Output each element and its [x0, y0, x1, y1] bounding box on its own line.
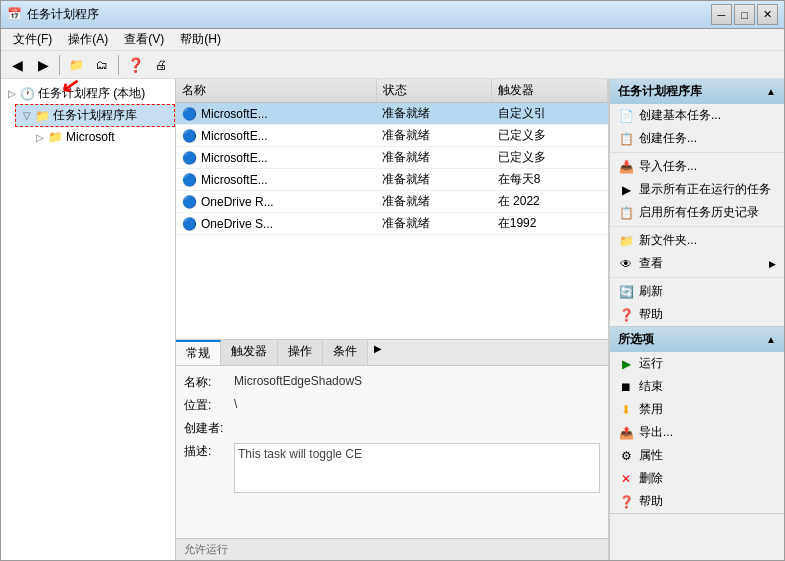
action-properties[interactable]: ⚙ 属性 [610, 444, 784, 467]
name-label: 名称: [184, 374, 234, 391]
properties-icon: ⚙ [618, 448, 634, 464]
table-row[interactable]: 🔵MicrosoftE... 准备就绪 在每天8 [176, 169, 608, 191]
footer-text: 允许运行 [184, 542, 228, 557]
detail-footer: 允许运行 [176, 538, 608, 560]
tab-general[interactable]: 常规 [176, 340, 221, 365]
import-icon: 📥 [618, 159, 634, 175]
section-header-library[interactable]: 任务计划程序库 ▲ [610, 79, 784, 104]
action-label-create-task: 创建任务... [639, 130, 697, 147]
help-selected-icon: ❓ [618, 494, 634, 510]
tab-more[interactable]: ▶ [368, 340, 388, 365]
col-name[interactable]: 名称 [176, 79, 376, 103]
main-window: 📅 任务计划程序 ─ □ ✕ 文件(F) 操作(A) 查看(V) 帮助(H) ◀… [0, 0, 785, 561]
cell-trigger: 在 2022 [492, 191, 608, 213]
disable-icon: ⬇ [618, 402, 634, 418]
grid-button[interactable]: 🗂 [90, 54, 114, 76]
action-help-selected[interactable]: ❓ 帮助 [610, 490, 784, 513]
tree-label-library: 任务计划程序库 [53, 107, 137, 124]
app-icon: 📅 [7, 7, 23, 23]
cell-status: 准备就绪 [376, 103, 492, 125]
action-run[interactable]: ▶ 运行 [610, 352, 784, 375]
new-folder-icon: 📁 [618, 233, 634, 249]
cell-status: 准备就绪 [376, 147, 492, 169]
tree-arrow-root: ▷ [5, 88, 19, 99]
action-create-task[interactable]: 📋 创建任务... [610, 127, 784, 150]
action-disable[interactable]: ⬇ 禁用 [610, 398, 784, 421]
detail-panel: 常规 触发器 操作 条件 ▶ 名称: MicrosoftEdgeShadowS … [176, 340, 609, 560]
cell-status: 准备就绪 [376, 191, 492, 213]
print-button[interactable]: 🖨 [149, 54, 173, 76]
action-end[interactable]: ⏹ 结束 [610, 375, 784, 398]
collapse-icon-selected: ▲ [766, 334, 776, 345]
cell-name: 🔵MicrosoftE... [176, 125, 376, 147]
action-label-run: 运行 [639, 355, 663, 372]
location-value: \ [234, 397, 600, 411]
back-button[interactable]: ◀ [5, 54, 29, 76]
col-status[interactable]: 状态 [376, 79, 492, 103]
minimize-button[interactable]: ─ [711, 4, 732, 25]
table-row[interactable]: 🔵MicrosoftE... 准备就绪 已定义多 [176, 147, 608, 169]
action-label-view: 查看 [639, 255, 764, 272]
action-create-basic[interactable]: 📄 创建基本任务... [610, 104, 784, 127]
tab-bar: 常规 触发器 操作 条件 ▶ [176, 340, 608, 366]
enable-history-icon: 📋 [618, 205, 634, 221]
folder-button[interactable]: 📁 [64, 54, 88, 76]
action-delete[interactable]: ✕ 删除 [610, 467, 784, 490]
col-trigger[interactable]: 触发器 [492, 79, 608, 103]
toolbar-separator-2 [118, 55, 119, 75]
title-bar: 📅 任务计划程序 ─ □ ✕ [1, 1, 784, 29]
section-library-actions: 任务计划程序库 ▲ 📄 创建基本任务... 📋 创建任务... 📥 导入任务..… [610, 79, 784, 327]
cell-name: 🔵OneDrive S... [176, 213, 376, 235]
action-sep-1 [610, 152, 784, 153]
action-help-library[interactable]: ❓ 帮助 [610, 303, 784, 326]
menu-view[interactable]: 查看(V) [116, 29, 172, 50]
menu-bar: 文件(F) 操作(A) 查看(V) 帮助(H) [1, 29, 784, 51]
tree-item-library[interactable]: ▽ 📁 任务计划程序库 [15, 104, 175, 127]
table-row[interactable]: 🔵OneDrive R... 准备就绪 在 2022 [176, 191, 608, 213]
table-row[interactable]: 🔵MicrosoftE... 准备就绪 已定义多 [176, 125, 608, 147]
action-export[interactable]: 📤 导出... [610, 421, 784, 444]
help-button[interactable]: ❓ [123, 54, 147, 76]
refresh-icon: 🔄 [618, 284, 634, 300]
menu-file[interactable]: 文件(F) [5, 29, 60, 50]
tree-item-root[interactable]: ▷ 🕐 任务计划程序 (本地) [1, 83, 175, 104]
location-row: 位置: \ [184, 397, 600, 414]
menu-help[interactable]: 帮助(H) [172, 29, 229, 50]
task-list[interactable]: 名称 状态 触发器 🔵MicrosoftE... 准备就绪 自定义引 🔵Micr [176, 79, 609, 340]
cell-trigger: 在每天8 [492, 169, 608, 191]
action-show-running[interactable]: ▶ 显示所有正在运行的任务 [610, 178, 784, 201]
action-new-folder[interactable]: 📁 新文件夹... [610, 229, 784, 252]
action-import[interactable]: 📥 导入任务... [610, 155, 784, 178]
root-icon: 🕐 [19, 86, 35, 102]
action-refresh[interactable]: 🔄 刷新 [610, 280, 784, 303]
middle-panel: 名称 状态 触发器 🔵MicrosoftE... 准备就绪 自定义引 🔵Micr [176, 79, 609, 560]
microsoft-icon: 📁 [47, 129, 63, 145]
cell-name: 🔵MicrosoftE... [176, 147, 376, 169]
forward-button[interactable]: ▶ [31, 54, 55, 76]
tab-actions[interactable]: 操作 [278, 340, 323, 365]
main-content: ↙ ▷ 🕐 任务计划程序 (本地) ▽ 📁 任务计划程序库 ▷ 📁 Micros… [1, 79, 784, 560]
name-value: MicrosoftEdgeShadowS [234, 374, 600, 388]
close-button[interactable]: ✕ [757, 4, 778, 25]
desc-label: 描述: [184, 443, 234, 460]
maximize-button[interactable]: □ [734, 4, 755, 25]
action-label-enable-history: 启用所有任务历史记录 [639, 204, 759, 221]
tree-arrow-library: ▽ [20, 110, 34, 121]
tree-item-microsoft[interactable]: ▷ 📁 Microsoft [29, 127, 175, 147]
create-task-icon: 📋 [618, 131, 634, 147]
view-icon: 👁 [618, 256, 634, 272]
menu-action[interactable]: 操作(A) [60, 29, 116, 50]
tab-conditions[interactable]: 条件 [323, 340, 368, 365]
tab-triggers[interactable]: 触发器 [221, 340, 278, 365]
window-title: 任务计划程序 [27, 6, 99, 23]
section-header-selected[interactable]: 所选项 ▲ [610, 327, 784, 352]
tree-label-microsoft: Microsoft [66, 130, 115, 144]
cell-status: 准备就绪 [376, 125, 492, 147]
sidebar: ↙ ▷ 🕐 任务计划程序 (本地) ▽ 📁 任务计划程序库 ▷ 📁 Micros… [1, 79, 176, 560]
action-label-help-selected: 帮助 [639, 493, 663, 510]
cell-name: 🔵MicrosoftE... [176, 169, 376, 191]
action-view[interactable]: 👁 查看 ▶ [610, 252, 784, 275]
action-enable-history[interactable]: 📋 启用所有任务历史记录 [610, 201, 784, 224]
table-row[interactable]: 🔵MicrosoftE... 准备就绪 自定义引 [176, 103, 608, 125]
table-row[interactable]: 🔵OneDrive S... 准备就绪 在1992 [176, 213, 608, 235]
